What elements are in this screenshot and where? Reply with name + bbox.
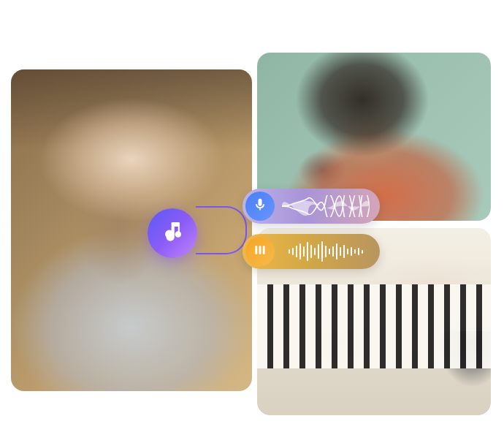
voice-waveform	[275, 192, 377, 221]
instrument-waveform	[275, 237, 377, 266]
svg-rect-3	[263, 246, 265, 254]
track-voice-icon-circle	[245, 192, 275, 221]
track-pill-voice	[243, 189, 380, 224]
svg-rect-2	[259, 246, 261, 254]
photo-guitar-player	[11, 69, 252, 391]
microphone-icon	[253, 197, 267, 215]
collage-container	[0, 0, 504, 443]
columns-icon	[253, 243, 267, 260]
music-note-icon	[160, 219, 185, 247]
music-source-node	[148, 208, 197, 258]
track-instrument-icon-circle	[245, 237, 275, 266]
track-pill-instrument	[243, 234, 380, 269]
svg-rect-1	[255, 246, 257, 254]
svg-point-0	[175, 231, 182, 238]
